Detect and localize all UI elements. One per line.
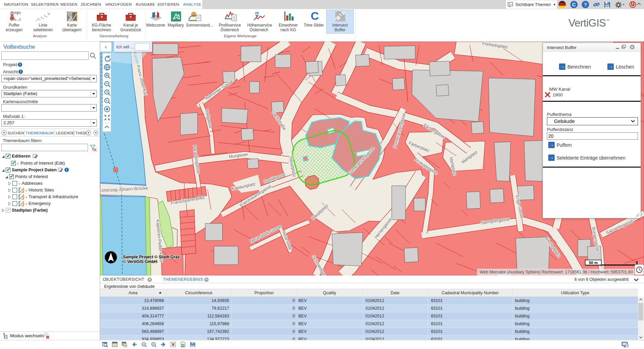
svg-text:50 m: 50 m bbox=[589, 261, 598, 265]
svg-text:?: ? bbox=[584, 2, 587, 7]
svg-text:© VertiGIS GmbH: © VertiGIS GmbH bbox=[123, 259, 157, 264]
svg-text:C: C bbox=[572, 2, 576, 7]
svg-text:Sample Project © Stadt Graz: Sample Project © Stadt Graz bbox=[123, 255, 180, 259]
svg-text:Web Mercator (Auxiliary Sphere: Web Mercator (Auxiliary Sphere) Rechtswe… bbox=[480, 270, 633, 274]
svg-text:m: m bbox=[255, 11, 259, 15]
svg-text:C: C bbox=[311, 10, 319, 21]
